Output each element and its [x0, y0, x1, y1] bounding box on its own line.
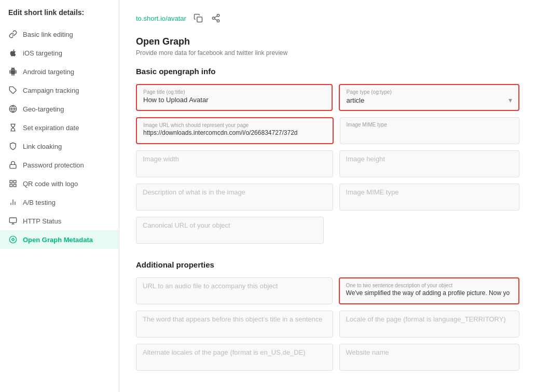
- svg-rect-15: [197, 17, 202, 22]
- sidebar: Edit short link details: Basic link edit…: [0, 0, 119, 392]
- svg-point-17: [212, 17, 215, 20]
- description-value: We've simplified the way of adding a pro…: [346, 289, 512, 297]
- select-chevron-icon: ▾: [508, 96, 512, 104]
- apple-icon: [8, 48, 18, 58]
- sidebar-label: Basic link editing: [23, 31, 73, 38]
- image-mime2-placeholder: Image MIME type: [346, 188, 513, 196]
- sidebar-label: Android targeting: [23, 68, 74, 76]
- tag-icon: [8, 86, 18, 95]
- image-mime-field[interactable]: Image MIME type: [340, 117, 519, 144]
- svg-rect-3: [10, 164, 16, 168]
- ab-icon: [8, 198, 18, 207]
- description-field[interactable]: One to two sentence description of your …: [339, 277, 519, 304]
- sidebar-item-qr-code[interactable]: QR code with logo: [0, 174, 119, 193]
- form-row-c: Alternate locales of the page (format is…: [136, 344, 519, 371]
- android-icon: [8, 67, 18, 76]
- mask-icon: [8, 142, 18, 151]
- sidebar-item-campaign-tracking[interactable]: Campaign tracking: [0, 81, 119, 100]
- og-section-title: Open Graph: [136, 36, 519, 47]
- sidebar-label: Open Graph Metadata: [23, 236, 93, 244]
- image-height-placeholder: Image height: [346, 155, 513, 163]
- alternate-locales-placeholder: Alternate locales of the page (format is…: [143, 348, 326, 356]
- svg-point-14: [9, 236, 16, 243]
- image-width-field[interactable]: Image width: [136, 150, 333, 177]
- sidebar-label: HTTP Status: [23, 217, 61, 225]
- sidebar-item-set-expiration-date[interactable]: Set expiration date: [0, 118, 119, 137]
- main-content: to.short.io/avatar Open Graph Provide mo…: [119, 0, 536, 392]
- page-url: to.short.io/avatar: [136, 15, 186, 22]
- svg-rect-6: [13, 184, 16, 187]
- og-section-subtitle: Provide more data for facebook and twitt…: [136, 49, 519, 57]
- audio-url-field[interactable]: URL to an audio file to accompany this o…: [136, 277, 333, 304]
- word-before-placeholder: The word that appears before this object…: [143, 315, 326, 323]
- website-name-placeholder: Website name: [346, 348, 513, 356]
- sidebar-label: Campaign tracking: [23, 87, 79, 94]
- alternate-locales-field[interactable]: Alternate locales of the page (format is…: [136, 344, 333, 371]
- sidebar-item-http-status[interactable]: HTTP Status: [0, 212, 119, 230]
- basic-info-title: Basic opengraph info: [136, 67, 519, 76]
- sidebar-item-android-targeting[interactable]: Android targeting: [0, 62, 119, 81]
- page-title-label: Page title (og:title): [143, 89, 325, 95]
- sidebar-item-ab-testing[interactable]: A/B testing: [0, 193, 119, 212]
- image-mime2-field[interactable]: Image MIME type: [339, 184, 519, 211]
- image-desc-placeholder: Description of what is in the image: [143, 188, 326, 196]
- page-type-label: Page type (og:type): [346, 89, 512, 95]
- svg-point-16: [217, 15, 219, 17]
- link-icon: [8, 30, 18, 39]
- sidebar-label: A/B testing: [23, 199, 56, 206]
- sidebar-label: iOS targeting: [23, 49, 62, 57]
- word-before-field[interactable]: The word that appears before this object…: [136, 311, 333, 338]
- form-row-b: The word that appears before this object…: [136, 311, 519, 338]
- monitor-icon: [8, 216, 18, 226]
- image-desc-field[interactable]: Description of what is in the image: [136, 184, 333, 211]
- sidebar-item-password-protection[interactable]: Password protection: [0, 156, 119, 174]
- form-row-4: Description of what is in the image Imag…: [136, 184, 519, 211]
- qr-icon: [8, 179, 18, 188]
- sidebar-item-basic-link-editing[interactable]: Basic link editing: [0, 25, 119, 44]
- additional-section: Additional properties URL to an audio fi…: [136, 260, 519, 371]
- image-height-field[interactable]: Image height: [339, 150, 519, 177]
- image-mime-label: Image MIME type: [347, 122, 513, 128]
- sidebar-item-link-cloaking[interactable]: Link cloaking: [0, 137, 119, 156]
- hourglass-icon: [8, 123, 18, 132]
- og-icon: [8, 235, 18, 244]
- svg-rect-11: [9, 218, 16, 222]
- svg-point-18: [217, 20, 219, 22]
- form-row-a: URL to an audio file to accompany this o…: [136, 277, 519, 304]
- svg-rect-7: [10, 184, 12, 187]
- sidebar-label: Link cloaking: [23, 143, 62, 150]
- page-type-value: article: [346, 96, 364, 104]
- copy-button[interactable]: [193, 12, 204, 24]
- lock-icon: [8, 160, 18, 170]
- image-url-label: Image URL which should represent your pa…: [143, 122, 326, 128]
- share-button[interactable]: [210, 12, 222, 24]
- globe-icon: [8, 104, 18, 114]
- form-row-1: Page title (og:title) How to Upload Avat…: [136, 84, 519, 111]
- canonical-url-field[interactable]: Canonical URL of your object: [136, 217, 324, 244]
- image-width-placeholder: Image width: [143, 155, 326, 163]
- sidebar-label: Set expiration date: [23, 124, 79, 132]
- image-url-value: https://downloads.intercomcdn.com/i/o/26…: [143, 129, 326, 136]
- page-title-field[interactable]: Page title (og:title) How to Upload Avat…: [136, 84, 333, 111]
- form-row-2: Image URL which should represent your pa…: [136, 117, 519, 144]
- page-title-value: How to Upload Avatar: [143, 96, 325, 104]
- svg-line-19: [214, 19, 217, 20]
- page-type-field[interactable]: Page type (og:type) article ▾: [339, 84, 519, 111]
- svg-rect-4: [10, 180, 12, 183]
- sidebar-label: Password protection: [23, 161, 84, 169]
- sidebar-item-ios-targeting[interactable]: iOS targeting: [0, 44, 119, 62]
- website-name-field[interactable]: Website name: [339, 344, 519, 371]
- svg-line-20: [214, 16, 217, 18]
- page-header: to.short.io/avatar: [136, 12, 519, 24]
- locale-placeholder: Locale of the page (format is language_T…: [346, 315, 513, 323]
- sidebar-label: Geo-targeting: [23, 105, 64, 113]
- description-label: One to two sentence description of your …: [346, 283, 512, 288]
- locale-field[interactable]: Locale of the page (format is language_T…: [339, 311, 519, 338]
- form-row-3: Image width Image height: [136, 150, 519, 177]
- image-url-field[interactable]: Image URL which should represent your pa…: [136, 117, 334, 144]
- form-row-5: Canonical URL of your object: [136, 217, 519, 244]
- canonical-url-placeholder: Canonical URL of your object: [143, 221, 317, 229]
- audio-url-placeholder: URL to an audio file to accompany this o…: [143, 282, 326, 290]
- sidebar-item-open-graph-metadata[interactable]: Open Graph Metadata: [0, 230, 119, 249]
- sidebar-item-geo-targeting[interactable]: Geo-targeting: [0, 100, 119, 118]
